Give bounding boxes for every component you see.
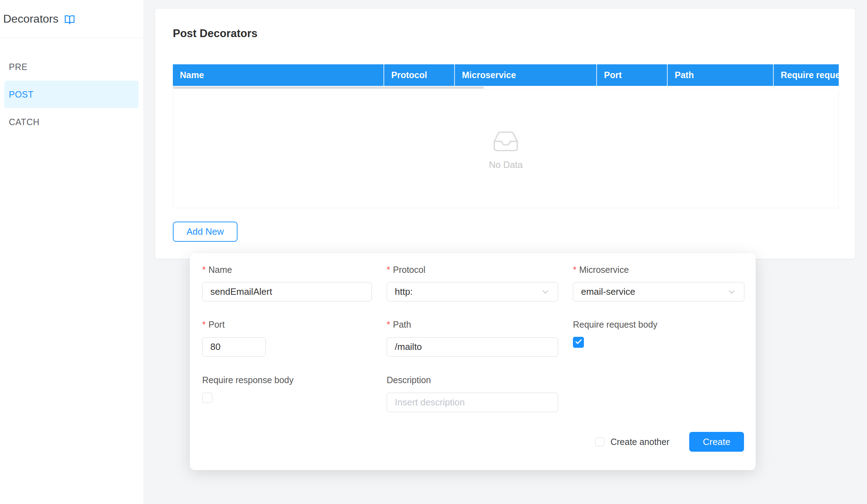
check-icon bbox=[575, 338, 582, 347]
table-empty-state: No Data bbox=[173, 89, 839, 208]
required-asterisk: * bbox=[202, 265, 206, 275]
protocol-label: * Protocol bbox=[387, 264, 425, 275]
microservice-selected-value: email-service bbox=[581, 286, 635, 297]
page-title: Post Decorators bbox=[173, 27, 257, 40]
post-decorators-card: Post Decorators Name Protocol Microservi… bbox=[155, 9, 855, 259]
required-asterisk: * bbox=[202, 320, 206, 330]
decorators-table: Name Protocol Microservice Port Path Req… bbox=[173, 64, 839, 208]
sidebar-item-catch[interactable]: CATCH bbox=[4, 108, 139, 136]
required-asterisk: * bbox=[387, 265, 390, 275]
require-request-body-label: Require request body bbox=[573, 319, 657, 330]
require-request-body-checkbox[interactable] bbox=[573, 337, 584, 348]
sidebar: Decorators PRE POST CATCH bbox=[0, 0, 144, 504]
page: Decorators PRE POST CATCH Post Decorator… bbox=[0, 0, 867, 504]
sidebar-menu: PRE POST CATCH bbox=[0, 38, 143, 136]
name-label: * Name bbox=[202, 264, 232, 275]
main-content: Post Decorators Name Protocol Microservi… bbox=[144, 0, 867, 504]
horizontal-scrollbar bbox=[173, 87, 839, 89]
sidebar-title: Decorators bbox=[3, 12, 59, 25]
column-header-protocol: Protocol bbox=[383, 64, 454, 86]
column-header-name: Name bbox=[173, 64, 383, 86]
chevron-down-icon bbox=[727, 287, 736, 297]
form-footer: Create another Create bbox=[595, 432, 744, 452]
create-another-option: Create another bbox=[595, 437, 669, 447]
column-header-microservice: Microservice bbox=[454, 64, 596, 86]
chevron-down-icon bbox=[541, 287, 550, 297]
required-asterisk: * bbox=[387, 320, 390, 330]
port-label: * Port bbox=[202, 319, 225, 330]
table-header-row: Name Protocol Microservice Port Path Req… bbox=[173, 64, 839, 86]
port-field[interactable] bbox=[202, 337, 266, 357]
create-another-checkbox[interactable] bbox=[595, 437, 604, 446]
description-label: Description bbox=[387, 374, 431, 386]
path-field[interactable] bbox=[387, 337, 558, 357]
sidebar-item-post[interactable]: POST bbox=[4, 81, 139, 108]
inbox-icon bbox=[492, 128, 520, 155]
create-decorator-form: * Name * Protocol http: * Microservice bbox=[190, 253, 756, 470]
create-button[interactable]: Create bbox=[689, 432, 744, 452]
column-header-require-request-body: Require request body bbox=[773, 64, 839, 86]
require-response-body-checkbox[interactable] bbox=[202, 393, 212, 403]
column-header-path: Path bbox=[667, 64, 773, 86]
microservice-label: * Microservice bbox=[573, 264, 629, 275]
add-new-button[interactable]: Add New bbox=[173, 222, 238, 242]
horizontal-scrollbar-thumb[interactable] bbox=[173, 87, 484, 89]
sidebar-header: Decorators bbox=[0, 0, 143, 38]
book-icon[interactable] bbox=[64, 14, 75, 25]
path-label: * Path bbox=[387, 319, 411, 330]
description-field[interactable] bbox=[387, 393, 558, 412]
protocol-selected-value: http: bbox=[395, 286, 413, 297]
column-header-port: Port bbox=[596, 64, 667, 86]
create-another-label: Create another bbox=[610, 437, 669, 447]
protocol-select[interactable]: http: bbox=[387, 282, 558, 301]
microservice-select[interactable]: email-service bbox=[573, 282, 744, 301]
name-field[interactable] bbox=[202, 282, 372, 301]
required-asterisk: * bbox=[573, 265, 576, 275]
sidebar-item-pre[interactable]: PRE bbox=[4, 53, 139, 81]
no-data-label: No Data bbox=[489, 159, 522, 170]
require-response-body-label: Require response body bbox=[202, 374, 294, 386]
